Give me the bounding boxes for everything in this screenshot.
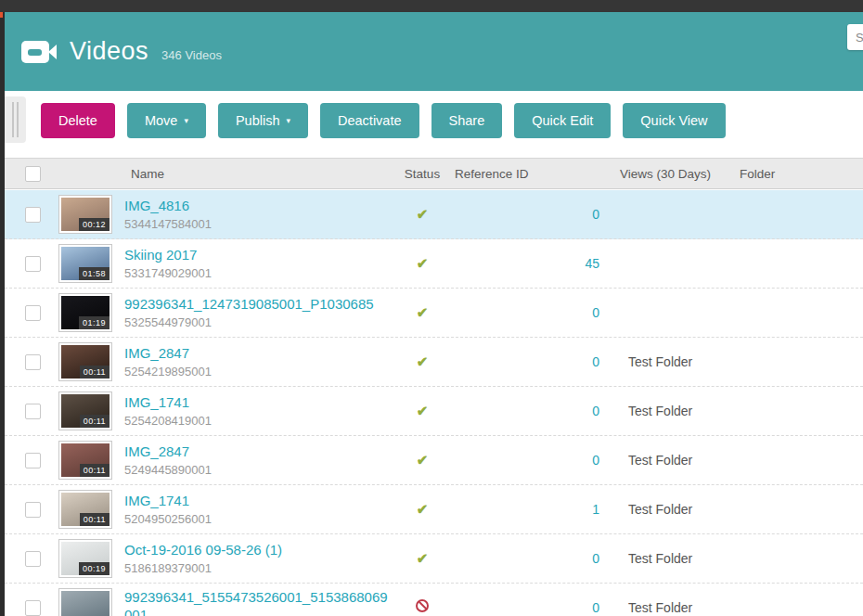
caret-down-icon: ▾ [286,116,290,125]
views-link[interactable]: 0 [592,305,599,320]
toolbar-button-publish[interactable]: Publish▾ [218,103,308,138]
toolbar-button-deactivate[interactable]: Deactivate [320,103,419,138]
table-row[interactable]: 00:19 Oct-19-2016 09-58-26 (1) 518618937… [5,534,863,584]
views-link[interactable]: 0 [592,207,599,222]
folder-name: Test Folder [603,354,715,369]
video-id: 5249445890001 [124,463,390,477]
duration-badge: 00:11 [80,464,109,477]
table-body: 00:12 IMG_4816 5344147584001 ✔ 0 01:58 S… [5,190,863,616]
status-cell [399,599,445,616]
row-checkbox[interactable] [25,354,41,370]
duration-badge: 00:19 [79,562,109,575]
status-active-check-icon: ✔ [417,550,429,566]
status-active-check-icon: ✔ [417,501,429,517]
views-link[interactable]: 1 [592,502,599,517]
column-header-folder[interactable]: Folder [715,167,863,181]
app-header: Videos 346 Videos [5,12,863,91]
caret-down-icon: ▾ [184,116,188,125]
video-id: 5186189379001 [124,561,390,575]
page-title: Videos [70,37,148,66]
status-cell: ✔ [399,206,445,223]
views-link[interactable]: 45 [585,256,599,271]
toolbar-button-delete[interactable]: Delete [41,103,115,138]
duration-badge: 00:12 [79,218,109,231]
left-edge-strip [0,12,5,616]
row-checkbox[interactable] [25,600,41,616]
toolbar-buttons: DeleteMove▾Publish▾DeactivateShareQuick … [41,103,726,138]
column-header-name[interactable]: Name [124,167,399,181]
status-cell: ✔ [399,353,445,370]
status-active-check-icon: ✔ [417,304,429,320]
column-header-views[interactable]: Views (30 Days) [603,167,715,181]
views-link[interactable]: 0 [592,354,599,369]
table-row[interactable]: 00:11 IMG_1741 5254208419001 ✔ 0 Test Fo… [5,387,863,436]
row-checkbox[interactable] [25,502,41,518]
row-checkbox[interactable] [25,305,41,321]
toolbar-button-share[interactable]: Share [432,103,503,138]
video-camera-icon [21,41,57,63]
status-cell: ✔ [399,403,445,419]
status-cell: ✔ [399,550,445,567]
table-row[interactable]: 00:11 IMG_2847 5254219895001 ✔ 0 Test Fo… [5,338,863,387]
status-active-check-icon: ✔ [417,255,429,271]
video-id: 5344147584001 [124,217,390,231]
views-link[interactable]: 0 [592,453,599,468]
video-id: 5254219895001 [124,365,390,379]
video-id: 5325544979001 [124,315,390,329]
video-thumbnail[interactable]: 00:12 [58,195,112,234]
video-name-link[interactable]: 992396341_5155473526001_5153868069001 [124,589,390,616]
video-count: 346 Videos [161,48,222,62]
folder-name: Test Folder [603,502,715,517]
video-name-link[interactable]: IMG_2847 [124,345,390,363]
row-checkbox[interactable] [25,207,41,223]
select-all-checkbox[interactable] [25,166,41,182]
video-name-link[interactable]: IMG_1741 [124,493,390,510]
table-row[interactable]: 00:11 IMG_1741 5204950256001 ✔ 1 Test Fo… [5,485,863,534]
video-thumbnail[interactable] [58,588,112,616]
video-name-link[interactable]: IMG_4816 [124,198,390,215]
status-cell: ✔ [399,501,445,518]
duration-badge: 01:58 [79,267,109,280]
row-checkbox[interactable] [25,256,41,272]
table-row[interactable]: 01:19 992396341_1247319085001_P1030685 5… [5,289,863,338]
video-thumbnail[interactable]: 00:11 [58,441,112,480]
toolbar-button-move[interactable]: Move▾ [127,103,206,138]
video-id: 5254208419001 [124,414,390,428]
table-row[interactable]: 992396341_5155473526001_5153868069001 0 … [5,584,863,616]
folder-name: Test Folder [603,453,715,468]
table-row[interactable]: 00:12 IMG_4816 5344147584001 ✔ 0 [5,190,863,239]
video-thumbnail[interactable]: 00:11 [58,342,112,381]
column-header-reference-id[interactable]: Reference ID [445,167,603,181]
left-strip-red-marker [0,12,3,18]
video-name-link[interactable]: Skiing 2017 [124,247,390,264]
views-link[interactable]: 0 [592,404,599,418]
video-thumbnail[interactable]: 01:58 [58,244,112,283]
column-header-status[interactable]: Status [399,167,445,181]
video-name-link[interactable]: Oct-19-2016 09-58-26 (1) [124,542,390,559]
status-cell: ✔ [399,452,445,468]
views-link[interactable]: 0 [592,600,599,615]
panel-grip-handle[interactable] [5,96,26,143]
video-thumbnail[interactable]: 01:19 [58,293,112,332]
video-name-link[interactable]: 992396341_1247319085001_P1030685 [124,296,390,314]
video-thumbnail[interactable]: 00:11 [58,490,112,529]
duration-badge: 00:11 [80,415,109,428]
video-name-link[interactable]: IMG_1741 [124,394,390,412]
row-checkbox[interactable] [25,404,41,419]
table-row[interactable]: 01:58 Skiing 2017 5331749029001 ✔ 45 [5,239,863,289]
status-cell: ✔ [399,255,445,272]
status-cell: ✔ [399,304,445,321]
folder-name: Test Folder [603,600,715,615]
video-thumbnail[interactable]: 00:19 [58,539,112,578]
video-thumbnail[interactable]: 00:11 [58,391,112,430]
search-input[interactable] [847,24,863,50]
row-checkbox[interactable] [25,551,41,567]
table-header: Name Status Reference ID Views (30 Days)… [5,158,863,189]
row-checkbox[interactable] [25,453,41,468]
status-active-check-icon: ✔ [417,206,429,222]
views-link[interactable]: 0 [592,551,599,566]
toolbar-button-quick-edit[interactable]: Quick Edit [514,103,611,138]
table-row[interactable]: 00:11 IMG_2847 5249445890001 ✔ 0 Test Fo… [5,436,863,485]
video-name-link[interactable]: IMG_2847 [124,443,390,461]
toolbar-button-quick-view[interactable]: Quick View [623,103,725,138]
